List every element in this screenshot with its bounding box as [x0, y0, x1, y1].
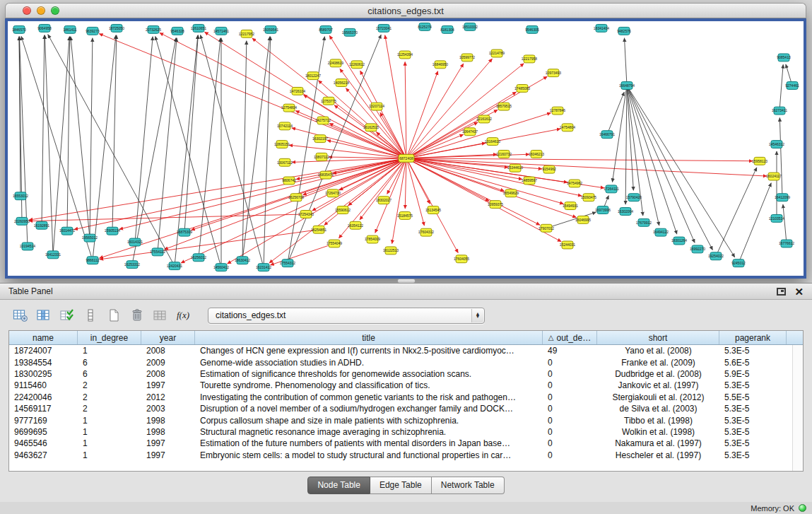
network-node[interactable]: 9274461 — [785, 82, 799, 90]
network-canvas[interactable]: 1846570906495818614119639273187250502073… — [8, 21, 804, 276]
network-node[interactable]: 15905134 — [105, 227, 120, 235]
network-node[interactable]: 12161612 — [476, 115, 492, 123]
network-node[interactable]: 17264111 — [604, 185, 619, 193]
network-node[interactable]: 12610651 — [191, 24, 206, 32]
network-node[interactable]: 10194514 — [20, 243, 35, 250]
import-table-icon[interactable] — [150, 305, 171, 325]
network-node[interactable]: 16046213 — [529, 150, 544, 158]
network-node[interactable]: 16776612 — [779, 240, 794, 247]
network-node[interactable]: 17485083 — [514, 85, 530, 93]
network-node[interactable]: 16256708 — [288, 194, 304, 201]
table-row[interactable]: 911546021997Tourette syndrome. Phenomeno… — [9, 380, 792, 391]
network-node[interactable]: 9085413 — [777, 54, 791, 62]
network-node[interactable]: 15590612 — [335, 206, 351, 214]
network-node[interactable]: 16835471 — [318, 171, 334, 179]
column-header-in_degree[interactable]: in_degree — [78, 331, 141, 344]
network-node[interactable]: 22408619 — [328, 59, 343, 67]
network-node[interactable]: 16273411 — [772, 107, 787, 115]
network-node[interactable]: 8181304 — [440, 25, 454, 33]
network-node[interactable]: 14560412 — [213, 264, 229, 271]
network-node[interactable]: 16648794 — [619, 82, 635, 90]
table-row[interactable]: 2242004622012Investigating the contribut… — [9, 392, 792, 403]
network-node[interactable]: 16024117 — [766, 173, 782, 180]
column-header-year[interactable]: year — [141, 331, 195, 344]
tab-edge-table[interactable]: Edge Table — [370, 477, 432, 494]
network-node[interactable]: 16046995 — [575, 216, 591, 223]
window-titlebar[interactable]: citations_edges.txt — [5, 3, 806, 18]
network-node[interactable]: 19565012 — [82, 234, 98, 242]
network-node[interactable]: 12217958 — [522, 55, 537, 63]
table-options-icon[interactable] — [10, 305, 31, 325]
network-node[interactable]: 16254851 — [311, 226, 326, 233]
network-node[interactable]: 10647437 — [462, 128, 478, 136]
network-node[interactable]: 1861411 — [63, 25, 76, 33]
network-node[interactable]: 14754962 — [567, 180, 582, 187]
network-node[interactable]: 18630412 — [235, 257, 250, 264]
table-scrollbar[interactable] — [792, 345, 803, 471]
network-node[interactable]: 16412099 — [775, 194, 790, 201]
network-node[interactable]: 12160732 — [496, 150, 512, 158]
network-node[interactable]: 9639273 — [86, 27, 100, 35]
network-node[interactable]: 17254343 — [298, 211, 314, 218]
network-node[interactable]: 9064958 — [37, 24, 52, 32]
network-node[interactable]: 17907012 — [539, 224, 554, 232]
network-node[interactable]: 16992270 — [690, 245, 705, 253]
network-node[interactable]: 1846570 — [12, 25, 26, 33]
function-builder-icon[interactable]: f(x) — [173, 305, 194, 325]
network-node[interactable]: 16466791 — [599, 131, 615, 139]
network-node[interactable]: 16253312 — [124, 261, 140, 269]
network-node[interactable]: 8125274 — [418, 23, 432, 30]
network-node[interactable]: 9482576 — [617, 27, 631, 35]
table-row[interactable]: 969969511998Structural magnetic resonanc… — [9, 426, 792, 438]
network-node[interactable]: 12754804 — [281, 104, 297, 112]
tab-node-table[interactable]: Node Table — [307, 477, 370, 494]
network-node[interactable]: 13807112 — [314, 153, 329, 160]
network-node[interactable]: 15134545 — [425, 206, 441, 214]
network-node[interactable]: 17264730 — [325, 189, 341, 197]
select-columns-icon[interactable] — [57, 305, 78, 325]
network-node[interactable]: 9245012 — [731, 259, 746, 267]
float-panel-icon[interactable] — [777, 288, 786, 296]
network-node[interactable]: 14859597 — [522, 177, 537, 185]
table-row[interactable]: 1872400712008Changes of HCN gene express… — [9, 345, 792, 356]
network-node[interactable]: 12103514 — [769, 214, 784, 222]
network-node[interactable]: 12805151 — [274, 141, 290, 148]
network-node[interactable]: 16875309 — [177, 228, 192, 236]
network-node[interactable]: 17554112 — [150, 248, 165, 256]
network-node[interactable]: 13067112 — [277, 158, 293, 166]
zoom-button[interactable] — [51, 6, 59, 15]
network-node[interactable]: 16014471 — [59, 227, 75, 235]
network-node[interactable]: 20260950 — [14, 217, 30, 225]
network-node[interactable]: 14056218 — [334, 79, 349, 87]
network-node[interactable]: 15244031 — [560, 241, 575, 249]
network-node[interactable]: 10973493 — [546, 69, 561, 77]
network-node[interactable]: 16122513 — [383, 247, 399, 255]
network-node[interactable]: 19565370 — [342, 28, 358, 36]
network-node[interactable]: 18341404 — [594, 24, 609, 32]
network-node[interactable]: 12260612 — [349, 61, 365, 69]
network-node[interactable]: 16302197 — [312, 135, 328, 143]
network-node[interactable]: 6872408 — [399, 154, 414, 162]
network-node[interactable]: 16014321 — [127, 238, 143, 246]
network-node[interactable]: 17854009 — [365, 235, 380, 243]
network-node[interactable]: 18012247 — [305, 72, 321, 80]
network-node[interactable]: 17679912 — [636, 218, 652, 226]
network-node[interactable]: 14726104 — [290, 87, 305, 95]
close-panel-icon[interactable]: ✕ — [794, 286, 804, 297]
network-node[interactable]: 15958123 — [752, 157, 767, 165]
network-node[interactable]: 13164610 — [485, 138, 500, 146]
network-node[interactable]: 17604312 — [418, 228, 434, 236]
network-node[interactable]: 10959375 — [488, 201, 503, 209]
network-node[interactable]: 16494122 — [653, 228, 669, 236]
column-header-out_de[interactable]: △out_de… — [543, 331, 597, 344]
minimize-button[interactable] — [37, 6, 45, 15]
column-header-short[interactable]: short — [597, 331, 719, 344]
network-node[interactable]: 10742114 — [277, 122, 293, 130]
network-node[interactable]: 12787846 — [550, 107, 565, 115]
row-options-icon[interactable] — [80, 305, 101, 325]
network-node[interactable]: 18579515 — [496, 103, 512, 110]
network-node[interactable]: 12753775 — [321, 97, 336, 105]
network-node[interactable]: 17554049 — [326, 240, 342, 247]
table-row[interactable]: 1830029562008Estimation of significance … — [9, 368, 792, 380]
network-node[interactable]: 15184575 — [397, 212, 413, 220]
